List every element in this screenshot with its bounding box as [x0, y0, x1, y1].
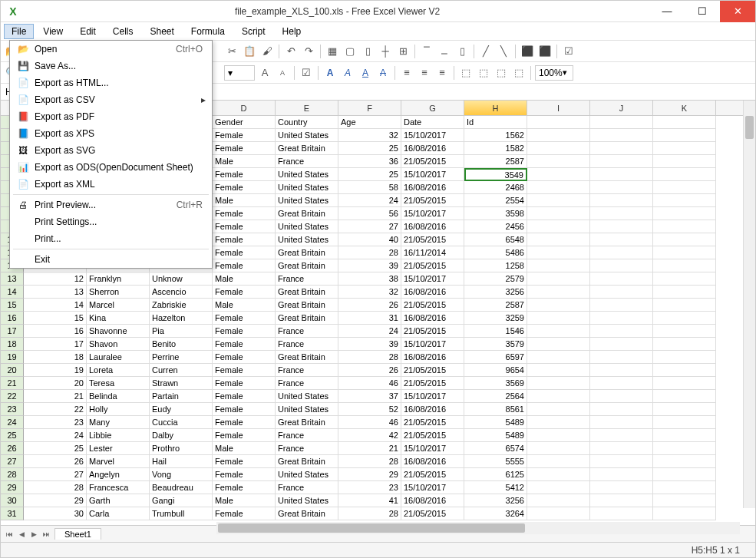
cell[interactable]: Belinda [87, 390, 150, 403]
cell[interactable]: Male [213, 442, 276, 455]
cell[interactable]: 3569 [464, 377, 527, 390]
row-header[interactable]: 13 [1, 272, 24, 286]
row-header[interactable]: 20 [1, 364, 24, 377]
col-header-E[interactable]: E [276, 101, 338, 115]
cell[interactable]: 2587 [464, 299, 527, 312]
cell[interactable]: Sherron [87, 286, 150, 299]
cell[interactable]: Perrine [150, 351, 213, 364]
cell[interactable]: Teresa [87, 377, 150, 390]
cell[interactable]: 24 [24, 429, 87, 442]
cell[interactable]: 21/05/2015 [401, 259, 464, 272]
sheet-nav-next[interactable]: ▶ [28, 530, 39, 538]
cell[interactable]: 27 [24, 468, 87, 481]
border-top-icon[interactable]: ⎺ [419, 44, 434, 59]
cell[interactable]: 16/08/2016 [401, 181, 464, 194]
cell[interactable]: 15/10/2017 [401, 390, 464, 403]
cell[interactable]: 46 [338, 377, 401, 390]
cell[interactable]: Hazelton [150, 312, 213, 325]
cell[interactable]: 27 [338, 220, 401, 233]
cell[interactable]: 16/08/2016 [401, 494, 464, 507]
cell[interactable]: 19 [24, 364, 87, 377]
toggle-icon[interactable]: ☑ [561, 44, 576, 59]
cell[interactable]: Angelyn [87, 468, 150, 481]
cell[interactable]: Great Britain [276, 351, 338, 364]
cell[interactable]: Date [401, 116, 464, 129]
cell[interactable]: Trumbull [150, 507, 213, 520]
cell[interactable]: Female [213, 181, 276, 194]
cell[interactable]: 21/05/2015 [401, 507, 464, 520]
cell[interactable]: 28 [338, 351, 401, 364]
valign-mid-icon[interactable]: ⬚ [476, 65, 491, 81]
maximize-button[interactable]: ☐ [685, 1, 720, 22]
cell[interactable]: Great Britain [276, 312, 338, 325]
cell[interactable]: 26 [24, 455, 87, 468]
row-header[interactable]: 14 [1, 286, 24, 299]
cell[interactable]: France [276, 338, 338, 351]
cell[interactable]: Great Britain [276, 455, 338, 468]
cell[interactable]: 15/10/2017 [401, 129, 464, 142]
file-menu-print-settings-[interactable]: Print Settings... [10, 213, 212, 230]
cell[interactable]: 2587 [464, 155, 527, 168]
cell[interactable]: France [276, 481, 338, 494]
cell[interactable]: United States [276, 181, 338, 194]
cell[interactable]: 21/05/2015 [401, 299, 464, 312]
border-outer-icon[interactable]: ▢ [342, 44, 358, 59]
cell[interactable]: 20 [24, 377, 87, 390]
row-header[interactable]: 30 [1, 494, 24, 507]
cell[interactable]: Female [213, 168, 276, 181]
sheet-nav-first[interactable]: ⏮ [4, 530, 15, 538]
cell[interactable]: France [276, 325, 338, 338]
row-header[interactable]: 29 [1, 481, 24, 494]
paint-icon[interactable]: 🖌 [259, 44, 275, 59]
file-menu-open[interactable]: 📂OpenCtrl+O [10, 41, 212, 58]
cell[interactable]: 24 [338, 325, 401, 338]
cell[interactable]: 9654 [464, 364, 527, 377]
col-header-H[interactable]: H [464, 101, 527, 115]
cell[interactable]: 30 [24, 507, 87, 520]
cell[interactable]: Female [213, 390, 276, 403]
align-left-icon[interactable]: ≡ [399, 65, 414, 81]
cell[interactable]: Partain [150, 390, 213, 403]
cell[interactable]: 5489 [464, 416, 527, 429]
cell[interactable]: 58 [338, 181, 401, 194]
cell[interactable]: 1582 [464, 142, 527, 155]
menu-script[interactable]: Script [234, 24, 273, 39]
cell[interactable]: United States [276, 194, 338, 207]
cell[interactable]: Lester [87, 442, 150, 455]
cell[interactable]: 6548 [464, 233, 527, 246]
cell[interactable]: 6125 [464, 468, 527, 481]
cell[interactable]: Female [213, 403, 276, 416]
cell[interactable]: Prothro [150, 442, 213, 455]
row-header[interactable]: 21 [1, 377, 24, 390]
format-a-icon[interactable]: ⬛ [520, 44, 535, 59]
cell[interactable]: Female [213, 286, 276, 299]
cell[interactable]: 5555 [464, 455, 527, 468]
zoom-select[interactable]: 100% ▾ [535, 65, 573, 81]
vertical-scrollbar[interactable] [743, 101, 755, 508]
cell[interactable]: 21 [24, 390, 87, 403]
cell[interactable]: 28 [338, 455, 401, 468]
cell[interactable]: 2564 [464, 390, 527, 403]
cell[interactable]: Female [213, 325, 276, 338]
cell[interactable]: Male [213, 194, 276, 207]
file-menu-print-[interactable]: Print... [10, 230, 212, 247]
file-menu-save-as-[interactable]: 💾Save As... [10, 58, 212, 74]
cell[interactable]: Female [213, 220, 276, 233]
cell[interactable]: 21/05/2015 [401, 233, 464, 246]
cell[interactable]: France [276, 272, 338, 286]
cell[interactable]: Zabriskie [150, 299, 213, 312]
cell[interactable]: 21/05/2015 [401, 416, 464, 429]
cell[interactable]: Dalby [150, 429, 213, 442]
cell[interactable]: Benito [150, 338, 213, 351]
cell[interactable]: 2456 [464, 220, 527, 233]
line-down-icon[interactable]: ╲ [496, 44, 511, 59]
cell[interactable]: United States [276, 494, 338, 507]
cell[interactable]: 12 [24, 272, 87, 286]
cell[interactable]: Female [213, 468, 276, 481]
cell[interactable]: 15 [24, 312, 87, 325]
cell[interactable]: Unknow [150, 272, 213, 286]
cell[interactable]: France [276, 155, 338, 168]
row-header[interactable]: 22 [1, 390, 24, 403]
cell[interactable]: Country [276, 116, 338, 129]
cell[interactable]: 15/10/2017 [401, 338, 464, 351]
